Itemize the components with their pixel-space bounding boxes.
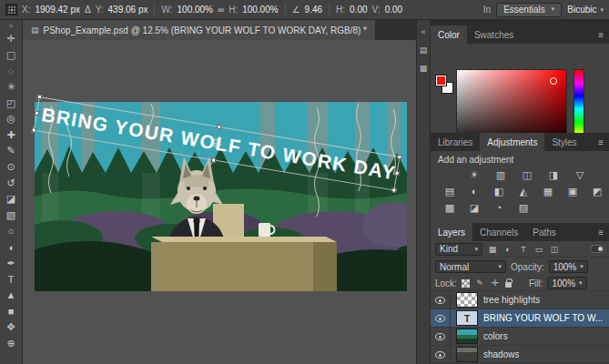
type-tool[interactable]: T (2, 271, 21, 288)
skew-v-field[interactable]: 0.00 (385, 5, 402, 15)
tab-styles[interactable]: Styles (544, 133, 584, 151)
move-tool[interactable]: ✛ (2, 31, 21, 47)
transform-handle-middle-left[interactable] (35, 110, 40, 116)
healing-brush-tool[interactable]: ✚ (2, 127, 21, 144)
transform-handle-top-left[interactable] (37, 95, 43, 100)
vibrance-icon[interactable]: ▽ (573, 168, 587, 181)
x-position-field[interactable]: 1909.42 px (35, 5, 80, 15)
rotation-field[interactable]: 9.46 (305, 5, 322, 15)
quick-selection-tool[interactable]: ✳ (2, 79, 21, 96)
tools-collapse-icon[interactable]: » (9, 21, 13, 31)
filter-pixel-layers-icon[interactable]: ▦ (487, 245, 498, 254)
hand-tool[interactable]: ✥ (2, 319, 21, 336)
zoom-tool[interactable]: ⊕ (2, 335, 21, 351)
blend-mode-dropdown[interactable]: Normal ▾ (435, 260, 506, 273)
brightness-contrast-icon[interactable]: ☀ (467, 168, 482, 181)
expand-panels-icon[interactable]: « (421, 27, 425, 36)
rectangular-marquee-tool[interactable]: ▢ (2, 47, 21, 64)
crop-tool[interactable]: ◰ (2, 95, 21, 111)
pen-tool[interactable]: ✒ (2, 255, 21, 271)
layer-row-shadows[interactable]: shadows (431, 346, 609, 364)
black-white-icon[interactable]: ◧ (492, 185, 506, 197)
eraser-tool[interactable]: ◪ (2, 191, 21, 207)
hue-saturation-icon[interactable]: ▤ (442, 185, 457, 197)
fill-dropdown[interactable]: 100% ▾ (547, 277, 586, 289)
transform-handle-top-middle[interactable] (217, 125, 222, 130)
dodge-tool[interactable]: ◖ (2, 239, 21, 256)
posterize-icon[interactable]: ▩ (442, 201, 457, 214)
lasso-tool[interactable]: ◌ (2, 63, 21, 79)
invert-icon[interactable]: ◩ (590, 185, 604, 197)
threshold-icon[interactable]: ◪ (467, 201, 482, 214)
canvas-area[interactable]: BRING YOUR WOLF TO WORK DAY (23, 40, 416, 364)
tab-swatches[interactable]: Swatches (467, 25, 521, 44)
relative-positioning-icon[interactable]: Δ (85, 5, 91, 15)
color-picker-circle[interactable] (550, 77, 557, 85)
layer-thumbnail[interactable] (456, 329, 478, 344)
lock-all-icon[interactable] (505, 282, 512, 288)
layer-row-tree-highlights[interactable]: tree highlights (431, 291, 609, 309)
layer-visibility-cell[interactable] (431, 346, 451, 363)
transform-handle-top-right[interactable] (397, 155, 402, 160)
color-balance-icon[interactable]: ◐ (467, 185, 482, 197)
document-tab[interactable]: ▤ PShop_Example.psd @ 12.5% (BRING YOUR … (23, 20, 375, 40)
layer-visibility-cell[interactable] (431, 328, 451, 345)
brush-tool[interactable]: ✎ (2, 143, 21, 159)
channel-mixer-icon[interactable]: ▦ (541, 185, 555, 197)
filter-type-layers-icon[interactable]: T (518, 245, 529, 254)
panel-menu-icon[interactable]: ≡ (593, 25, 609, 44)
skew-h-field[interactable]: 0.00 (350, 5, 367, 15)
layer-visibility-cell[interactable] (431, 309, 451, 327)
eyedropper-tool[interactable]: ◎ (2, 111, 21, 127)
curves-icon[interactable]: ◫ (520, 168, 534, 181)
eye-icon[interactable] (435, 333, 445, 340)
tab-adjustments[interactable]: Adjustments (480, 133, 544, 151)
layer-filter-kind-dropdown[interactable]: Kind ▾ (435, 243, 482, 256)
eye-icon[interactable] (435, 297, 445, 304)
filter-shape-layers-icon[interactable]: ▭ (533, 245, 544, 254)
maintain-aspect-ratio-icon[interactable]: ∞ (218, 5, 224, 15)
workspace-switcher[interactable]: Essentials ▾ (496, 3, 562, 17)
collapsed-panel-icon-2[interactable]: ▦ (420, 64, 428, 73)
tab-libraries[interactable]: Libraries (431, 133, 480, 151)
rectangle-tool[interactable]: ■ (2, 303, 21, 319)
y-position-field[interactable]: 439.06 px (108, 5, 148, 15)
eye-icon[interactable] (435, 315, 445, 322)
layer-visibility-cell[interactable] (431, 291, 451, 308)
foreground-color-swatch[interactable] (435, 75, 447, 86)
color-lookup-icon[interactable]: ▣ (565, 185, 580, 197)
eye-icon[interactable] (435, 351, 445, 359)
tab-layers[interactable]: Layers (431, 223, 472, 241)
transform-handle-bottom-middle[interactable] (211, 157, 217, 163)
transform-handle-middle-right[interactable] (394, 170, 400, 176)
transform-handle-bottom-left[interactable] (31, 127, 36, 133)
path-selection-tool[interactable]: ▲ (2, 288, 21, 304)
layer-row-colors[interactable]: colors (431, 328, 609, 346)
gradient-tool[interactable]: ▧ (2, 207, 21, 224)
photo-filter-icon[interactable]: ◭ (516, 185, 531, 197)
transform-handle-bottom-right[interactable] (391, 187, 397, 193)
lock-transparency-icon[interactable] (462, 279, 470, 288)
collapsed-panel-icon-1[interactable]: ▤ (420, 46, 428, 55)
tab-channels[interactable]: Channels (472, 223, 525, 241)
clone-stamp-tool[interactable]: ⊙ (2, 159, 21, 176)
tab-color[interactable]: Color (431, 25, 467, 44)
history-brush-tool[interactable]: ↺ (2, 175, 21, 191)
layer-thumbnail-text[interactable]: T (456, 310, 478, 326)
layer-thumbnail[interactable] (456, 347, 478, 362)
tab-paths[interactable]: Paths (525, 223, 563, 241)
interpolation-dropdown[interactable]: Bicubic ▾ (567, 5, 604, 15)
selective-color-icon[interactable]: ◔ (492, 201, 506, 214)
reference-point-locator[interactable] (5, 4, 17, 15)
panel-menu-icon[interactable]: ≡ (593, 133, 609, 151)
lock-position-icon[interactable]: ✛ (490, 278, 501, 288)
panel-menu-icon[interactable]: ≡ (593, 223, 609, 241)
layer-thumbnail[interactable] (456, 292, 478, 308)
filter-smart-objects-icon[interactable]: ◫ (549, 245, 560, 254)
layer-row-text-layer[interactable]: T BRING YOUR WOLF TO W... (431, 309, 609, 328)
opacity-dropdown[interactable]: 100% ▾ (549, 260, 588, 273)
blur-tool[interactable]: ○ (2, 223, 21, 239)
width-field[interactable]: 100.00% (178, 5, 213, 15)
lock-pixels-icon[interactable]: ✎ (474, 278, 485, 288)
layer-filtering-toggle[interactable] (590, 245, 604, 253)
